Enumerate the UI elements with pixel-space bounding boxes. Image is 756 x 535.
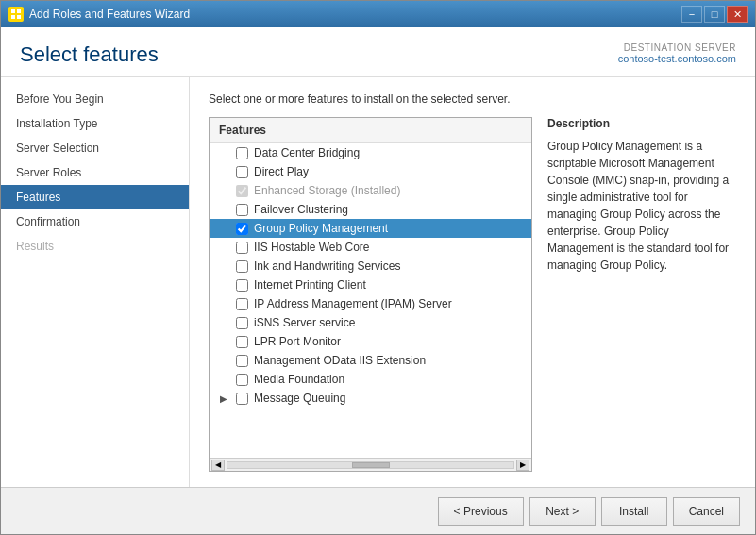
main-window: Add Roles and Features Wizard − □ ✕ Sele… [0,0,756,535]
previous-button[interactable]: < Previous [438,497,524,526]
description-text: Group Policy Management is a scriptable … [547,138,736,274]
next-button[interactable]: Next > [529,497,596,526]
feature-label-enhanced-storage: Enhanced Storage (Installed) [254,184,400,197]
scroll-track [227,461,514,469]
scroll-thumb[interactable] [352,462,390,468]
feature-item-media-foundation[interactable]: Media Foundation [210,370,531,389]
checkbox-enhanced-storage[interactable] [236,185,248,197]
feature-item-mgmt-odata[interactable]: Management OData IIS Extension [210,351,531,370]
checkbox-failover-clustering[interactable] [236,204,248,216]
svg-rect-2 [11,15,15,19]
feature-label-isns-server: iSNS Server service [254,316,355,329]
feature-item-data-center-bridging[interactable]: Data Center Bridging [210,143,531,162]
destination-value: contoso-test.contoso.com [618,53,736,64]
features-list-header: Features [210,118,531,143]
feature-item-failover-clustering[interactable]: Failover Clustering [210,200,531,219]
sidebar-item-features[interactable]: Features [1,185,189,209]
svg-rect-1 [17,9,21,13]
feature-item-internet-printing[interactable]: Internet Printing Client [210,276,531,294]
feature-item-ink-handwriting[interactable]: Ink and Handwriting Services [210,257,531,276]
checkbox-mgmt-odata[interactable] [236,355,248,367]
scroll-right-button[interactable]: ▶ [516,460,529,471]
features-panel: Features Data Center BridgingDirect Play… [209,117,736,472]
install-button[interactable]: Install [601,497,667,526]
feature-label-internet-printing: Internet Printing Client [254,278,366,292]
main-body: Before You BeginInstallation TypeServer … [1,77,755,487]
checkbox-message-queuing[interactable] [236,393,248,405]
checkbox-direct-play[interactable] [236,166,248,178]
sidebar-item-results[interactable]: Results [1,234,189,259]
footer: < Previous Next > Install Cancel [1,487,755,534]
titlebar-left: Add Roles and Features Wizard [8,7,190,22]
feature-item-ipam[interactable]: IP Address Management (IPAM) Server [210,294,531,313]
app-icon [8,7,24,22]
feature-item-lpr-port[interactable]: LPR Port Monitor [210,332,531,351]
page-title: Select features [20,42,159,67]
sidebar: Before You BeginInstallation TypeServer … [1,77,190,487]
feature-label-failover-clustering: Failover Clustering [254,203,348,216]
features-list-section: Features Data Center BridgingDirect Play… [209,117,532,472]
sidebar-item-server-selection[interactable]: Server Selection [1,136,189,160]
checkbox-group-policy-management[interactable] [236,223,248,235]
sidebar-item-before-you-begin[interactable]: Before You Begin [1,87,189,111]
svg-rect-0 [11,9,15,13]
checkbox-ink-handwriting[interactable] [236,260,248,273]
checkbox-media-foundation[interactable] [236,374,248,386]
feature-item-direct-play[interactable]: Direct Play [210,162,531,181]
feature-item-enhanced-storage[interactable]: Enhanced Storage (Installed) [210,181,531,200]
header-section: Select features DESTINATION SERVER conto… [1,27,755,77]
feature-label-iis-hostable-web-core: IIS Hostable Web Core [254,241,370,254]
feature-item-message-queuing[interactable]: ▶Message Queuing [210,389,531,408]
description-section: Description Group Policy Management is a… [547,117,736,472]
features-list[interactable]: Data Center BridgingDirect PlayEnhanced … [210,143,531,458]
feature-label-direct-play: Direct Play [254,165,309,178]
feature-label-group-policy-management: Group Policy Management [254,222,388,235]
feature-label-ink-handwriting: Ink and Handwriting Services [254,259,400,273]
checkbox-iis-hostable-web-core[interactable] [236,242,248,254]
description-header: Description [547,117,736,130]
sidebar-item-confirmation[interactable]: Confirmation [1,209,189,234]
expand-arrow-message-queuing[interactable]: ▶ [217,392,230,405]
feature-label-media-foundation: Media Foundation [254,373,344,386]
scroll-left-button[interactable]: ◀ [211,460,225,471]
close-button[interactable]: ✕ [727,6,748,23]
horizontal-scrollbar[interactable]: ◀ ▶ [210,458,531,471]
minimize-button[interactable]: − [681,6,702,23]
titlebar: Add Roles and Features Wizard − □ ✕ [1,1,755,27]
checkbox-internet-printing[interactable] [236,279,248,292]
destination-server: DESTINATION SERVER contoso-test.contoso.… [618,42,736,64]
feature-label-mgmt-odata: Management OData IIS Extension [254,354,426,367]
instruction-text: Select one or more features to install o… [209,92,736,106]
destination-label: DESTINATION SERVER [618,42,736,53]
feature-label-lpr-port: LPR Port Monitor [254,335,341,348]
maximize-button[interactable]: □ [704,6,725,23]
features-list-wrapper: Data Center BridgingDirect PlayEnhanced … [210,143,531,458]
feature-item-iis-hostable-web-core[interactable]: IIS Hostable Web Core [210,238,531,257]
feature-label-data-center-bridging: Data Center Bridging [254,146,360,159]
cancel-button[interactable]: Cancel [673,497,740,526]
checkbox-ipam[interactable] [236,298,248,310]
checkbox-isns-server[interactable] [236,317,248,329]
feature-label-message-queuing: Message Queuing [254,392,345,405]
sidebar-item-installation-type[interactable]: Installation Type [1,111,189,136]
feature-item-isns-server[interactable]: iSNS Server service [210,313,531,332]
titlebar-title: Add Roles and Features Wizard [29,8,190,21]
titlebar-buttons: − □ ✕ [681,6,748,23]
main-content: Select one or more features to install o… [190,77,755,487]
sidebar-item-server-roles[interactable]: Server Roles [1,160,189,185]
feature-label-ipam: IP Address Management (IPAM) Server [254,297,452,310]
svg-rect-3 [17,15,21,19]
checkbox-data-center-bridging[interactable] [236,147,248,159]
feature-item-group-policy-management[interactable]: Group Policy Management [210,219,531,238]
checkbox-lpr-port[interactable] [236,336,248,348]
content-area: Select features DESTINATION SERVER conto… [1,27,755,534]
